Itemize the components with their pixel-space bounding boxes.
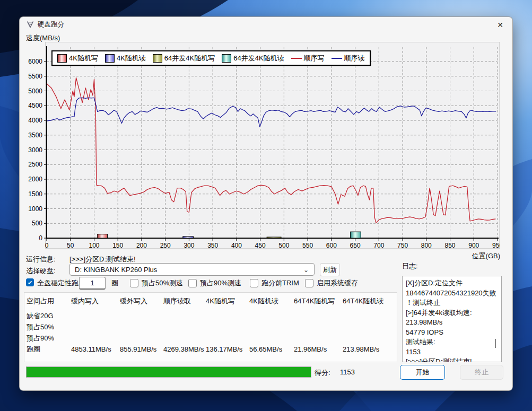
table-row: 预占50%: [24, 321, 397, 333]
checkbox-box[interactable]: [305, 279, 313, 287]
checkbox-box[interactable]: [188, 279, 197, 287]
table-cell: 21.96MB/s: [294, 344, 343, 355]
svg-text:3500: 3500: [28, 132, 42, 139]
legend-label: 4K随机写: [69, 54, 98, 63]
log-line: [>>>]分区D:测试结束!: [406, 357, 498, 362]
svg-text:1000: 1000: [28, 205, 42, 213]
disk-select-label: 选择硬盘:: [26, 266, 56, 276]
score-label: 得分:: [315, 368, 330, 378]
chevron-down-icon: ⌄: [303, 264, 309, 276]
table-cell: [163, 321, 206, 333]
laps-input[interactable]: 1: [79, 277, 106, 290]
svg-text:6000: 6000: [28, 58, 42, 65]
app-icon: [27, 21, 34, 28]
svg-text:2000: 2000: [28, 176, 42, 183]
table-row: 预占90%: [24, 333, 397, 344]
refresh-button[interactable]: 刷新: [320, 263, 340, 276]
log-line: [X]分区D:定位文件: [406, 278, 498, 288]
progress-bar: [26, 366, 311, 378]
table-cell: [163, 333, 206, 344]
svg-text:4000: 4000: [28, 117, 42, 124]
legend-item: 4K随机读: [105, 54, 146, 63]
log-line: 18446744072054321920失败: [406, 288, 498, 299]
svg-text:700: 700: [373, 242, 384, 249]
table-cell: [120, 310, 163, 321]
laps-unit-label: 圈: [111, 278, 118, 288]
table-cell: 56.65MB/s: [249, 344, 294, 355]
checkbox-box[interactable]: [250, 279, 258, 287]
table-cell: [294, 333, 343, 344]
table-cell: 缺省20G: [27, 310, 71, 321]
table-cell: 4853.11MB/s: [71, 344, 120, 355]
log-label: 日志:: [402, 261, 418, 271]
table-cell: [120, 321, 163, 333]
svg-text:400: 400: [231, 242, 242, 249]
table-header-cell: 空间占用: [27, 296, 71, 306]
svg-text:650: 650: [350, 242, 361, 249]
table-header-cell: 缓外写入: [120, 296, 163, 306]
log-line: ！测试终止: [406, 298, 498, 308]
table-cell: 预占50%: [27, 321, 71, 333]
disk-select-dropdown[interactable]: D: KINGBANK KP260 Plus ⌄: [69, 263, 315, 276]
table-header-cell: 顺序读取: [163, 296, 206, 306]
svg-text:600: 600: [326, 242, 337, 249]
svg-text:550: 550: [302, 242, 313, 249]
stability-checkbox[interactable]: ✔: [26, 278, 34, 286]
table-cell: [294, 310, 343, 321]
table-header-cell: 4K随机读: [249, 296, 294, 306]
option-checkbox[interactable]: 预占50%测速: [130, 278, 183, 288]
chart-x-axis-title: 位置(GB): [449, 251, 500, 261]
table-cell: [343, 333, 396, 344]
stability-checkbox-label: 全盘稳定性跑: [37, 278, 79, 288]
table-cell: [163, 310, 206, 321]
progress-bar-fill: [27, 367, 311, 377]
svg-text:800: 800: [421, 242, 432, 249]
text-cursor: [495, 339, 496, 348]
checkbox-box[interactable]: [130, 279, 138, 287]
svg-text:4500: 4500: [28, 102, 42, 109]
option-checkbox[interactable]: 启用系统缓存: [305, 278, 358, 288]
svg-text:100: 100: [89, 242, 99, 249]
legend-box-swatch: [222, 54, 231, 63]
log-line: 54779 IOPS: [406, 328, 498, 338]
svg-text:250: 250: [160, 242, 171, 249]
svg-text:0: 0: [39, 234, 42, 242]
table-cell: 213.98MB/s: [343, 344, 396, 355]
results-table: 空间占用缓内写入缓外写入顺序读取4K随机写4K随机读64T4K随机写64T4K随…: [24, 292, 397, 362]
stop-button[interactable]: 终止: [460, 365, 503, 380]
log-textarea[interactable]: [X]分区D:定位文件18446744072054321920失败！测试终止[>…: [402, 276, 502, 362]
legend-label: 64并发4K随机读: [233, 54, 284, 63]
legend-line-swatch: [332, 58, 342, 59]
log-line: 测试结果:: [406, 337, 498, 347]
svg-text:900: 900: [468, 242, 479, 249]
table-cell: 4269.38MB/s: [163, 344, 206, 355]
svg-text:3000: 3000: [28, 146, 42, 154]
start-button[interactable]: 开始: [400, 365, 445, 380]
legend-item: 顺序读: [332, 54, 365, 63]
table-header-cell: 4K随机写: [206, 296, 249, 306]
table-cell: [71, 310, 120, 321]
log-line: [>]64并发4k读取均速:: [406, 308, 498, 318]
log-lines: [X]分区D:定位文件18446744072054321920失败！测试终止[>…: [406, 278, 498, 362]
svg-text:200: 200: [136, 242, 147, 249]
disk-select-value: D: KINGBANK KP260 Plus: [75, 266, 157, 274]
option-checkbox[interactable]: 跑分前TRIM: [250, 278, 299, 288]
svg-text:50: 50: [67, 242, 74, 249]
table-row: 缺省20G: [24, 310, 397, 321]
svg-text:1500: 1500: [28, 190, 42, 198]
legend-box-swatch: [105, 54, 115, 63]
table-cell: [206, 321, 249, 333]
legend-label: 64并发4K随机写: [164, 54, 215, 63]
log-line: 1153: [406, 347, 498, 357]
table-cell: 855.91MB/s: [120, 344, 163, 355]
checkbox-label: 预占90%测速: [200, 278, 241, 288]
table-cell: [206, 333, 249, 344]
titlebar[interactable]: 硬盘跑分 ✕: [20, 17, 512, 32]
svg-text:5000: 5000: [28, 88, 42, 95]
close-icon[interactable]: ✕: [493, 19, 507, 31]
svg-text:450: 450: [255, 242, 266, 249]
option-checkbox[interactable]: 预占90%测速: [188, 278, 241, 288]
svg-text:350: 350: [207, 242, 218, 249]
table-cell: [71, 333, 120, 344]
svg-text:500: 500: [278, 242, 289, 249]
